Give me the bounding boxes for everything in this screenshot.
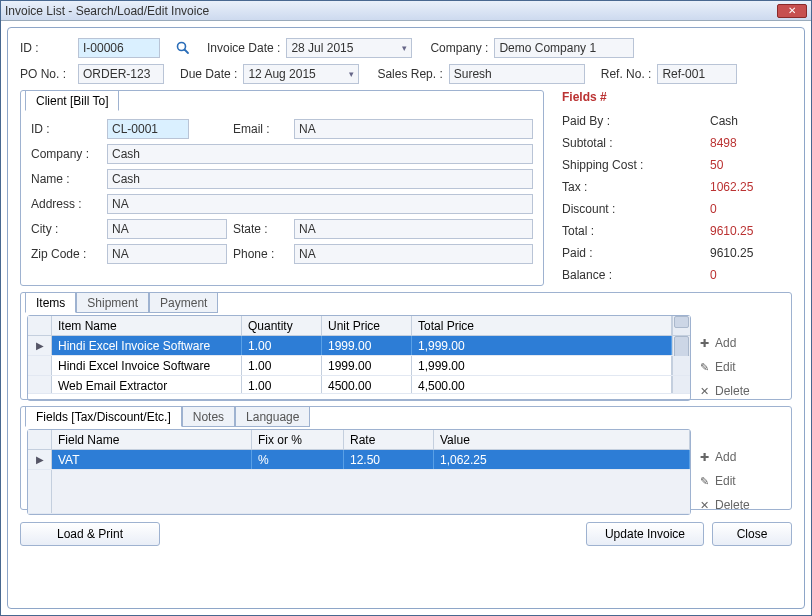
client-city-label: City : bbox=[31, 222, 101, 236]
paidby-value: Cash bbox=[710, 114, 790, 128]
client-id-input[interactable] bbox=[107, 119, 189, 139]
svg-line-1 bbox=[185, 50, 189, 54]
client-group: Client [Bill To] ID : Email : Company : … bbox=[20, 90, 544, 286]
pono-label: PO No. : bbox=[20, 67, 72, 81]
fields-table[interactable]: Field Name Fix or % Rate Value ▶ VAT % 1… bbox=[27, 429, 691, 515]
plus-icon: ✚ bbox=[697, 337, 711, 350]
pencil-icon: ✎ bbox=[697, 475, 711, 488]
add-item-button[interactable]: ✚Add bbox=[697, 333, 785, 353]
update-invoice-button[interactable]: Update Invoice bbox=[586, 522, 704, 546]
search-icon[interactable] bbox=[173, 38, 193, 58]
salesrep-input[interactable] bbox=[449, 64, 585, 84]
client-address-input[interactable] bbox=[107, 194, 533, 214]
header-row-2: PO No. : Due Date : 12 Aug 2015 ▾ Sales … bbox=[20, 64, 792, 84]
plus-icon: ✚ bbox=[697, 451, 711, 464]
edit-item-button[interactable]: ✎Edit bbox=[697, 357, 785, 377]
col-quantity: Quantity bbox=[242, 316, 322, 335]
client-company-input[interactable] bbox=[107, 144, 533, 164]
tab-fields[interactable]: Fields [Tax/Discount/Etc.] bbox=[25, 406, 182, 427]
close-button[interactable]: Close bbox=[712, 522, 792, 546]
client-phone-label: Phone : bbox=[233, 247, 288, 261]
due-date-value: 12 Aug 2015 bbox=[248, 67, 315, 81]
invoice-id-input[interactable] bbox=[78, 38, 160, 58]
header-row-1: ID : Invoice Date : 28 Jul 2015 ▾ Compan… bbox=[20, 38, 792, 58]
delete-item-button[interactable]: ✕Delete bbox=[697, 381, 785, 401]
due-date-picker[interactable]: 12 Aug 2015 ▾ bbox=[243, 64, 359, 84]
row-indicator-icon: ▶ bbox=[28, 336, 52, 355]
duedate-label: Due Date : bbox=[180, 67, 237, 81]
paid-label: Paid : bbox=[562, 246, 593, 260]
fields-summary: Fields # Paid By :Cash Subtotal :8498 Sh… bbox=[552, 90, 792, 286]
tab-language[interactable]: Language bbox=[235, 406, 310, 427]
table-row bbox=[28, 470, 690, 514]
table-row[interactable]: Web Email Extractor 1.00 4500.00 4,500.0… bbox=[28, 376, 690, 394]
items-group: Items Shipment Payment Item Name Quantit… bbox=[20, 292, 792, 400]
pencil-icon: ✎ bbox=[697, 361, 711, 374]
tab-notes[interactable]: Notes bbox=[182, 406, 235, 427]
total-label: Total : bbox=[562, 224, 594, 238]
client-id-label: ID : bbox=[31, 122, 101, 136]
client-state-label: State : bbox=[233, 222, 288, 236]
company-input[interactable] bbox=[494, 38, 634, 58]
id-label: ID : bbox=[20, 41, 72, 55]
add-field-button[interactable]: ✚Add bbox=[697, 447, 785, 467]
tab-client-billto[interactable]: Client [Bill To] bbox=[25, 90, 119, 111]
paidby-label: Paid By : bbox=[562, 114, 610, 128]
client-address-label: Address : bbox=[31, 197, 101, 211]
table-row[interactable]: ▶ Hindi Excel Invoice Software 1.00 1999… bbox=[28, 336, 690, 356]
invoice-date-value: 28 Jul 2015 bbox=[291, 41, 353, 55]
edit-field-button[interactable]: ✎Edit bbox=[697, 471, 785, 491]
table-row[interactable]: ▶ VAT % 12.50 1,062.25 bbox=[28, 450, 690, 470]
tax-label: Tax : bbox=[562, 180, 587, 194]
client-email-input[interactable] bbox=[294, 119, 533, 139]
discount-value: 0 bbox=[710, 202, 790, 216]
pono-input[interactable] bbox=[78, 64, 164, 84]
client-zip-label: Zip Code : bbox=[31, 247, 101, 261]
shipping-value: 50 bbox=[710, 158, 790, 172]
client-name-input[interactable] bbox=[107, 169, 533, 189]
col-field-name: Field Name bbox=[52, 430, 252, 449]
discount-label: Discount : bbox=[562, 202, 615, 216]
table-row[interactable]: Hindi Excel Invoice Software 1.00 1999.0… bbox=[28, 356, 690, 376]
load-print-button[interactable]: Load & Print bbox=[20, 522, 160, 546]
col-rate: Rate bbox=[344, 430, 434, 449]
balance-label: Balance : bbox=[562, 268, 612, 282]
app-window: Invoice List - Search/Load/Edit Invoice … bbox=[0, 0, 812, 616]
fields-heading: Fields # bbox=[562, 90, 790, 104]
balance-value: 0 bbox=[710, 268, 790, 282]
subtotal-label: Subtotal : bbox=[562, 136, 613, 150]
client-name-label: Name : bbox=[31, 172, 101, 186]
client-city-input[interactable] bbox=[107, 219, 227, 239]
refno-input[interactable] bbox=[657, 64, 737, 84]
close-icon[interactable]: ✕ bbox=[777, 4, 807, 18]
client-company-label: Company : bbox=[31, 147, 101, 161]
fields-group: Fields [Tax/Discount/Etc.] Notes Languag… bbox=[20, 406, 792, 510]
refno-label: Ref. No. : bbox=[601, 67, 652, 81]
col-unit-price: Unit Price bbox=[322, 316, 412, 335]
client-zip-input[interactable] bbox=[107, 244, 227, 264]
invoice-date-picker[interactable]: 28 Jul 2015 ▾ bbox=[286, 38, 412, 58]
tab-items[interactable]: Items bbox=[25, 292, 76, 313]
window-title: Invoice List - Search/Load/Edit Invoice bbox=[5, 4, 209, 18]
col-fix-or-pct: Fix or % bbox=[252, 430, 344, 449]
row-indicator-icon: ▶ bbox=[28, 450, 52, 469]
chevron-down-icon: ▾ bbox=[402, 43, 407, 53]
client-state-input[interactable] bbox=[294, 219, 533, 239]
invoice-date-label: Invoice Date : bbox=[207, 41, 280, 55]
tab-shipment[interactable]: Shipment bbox=[76, 292, 149, 313]
shipping-label: Shipping Cost : bbox=[562, 158, 643, 172]
chevron-down-icon: ▾ bbox=[349, 69, 354, 79]
subtotal-value: 8498 bbox=[710, 136, 790, 150]
paid-value: 9610.25 bbox=[710, 246, 790, 260]
x-icon: ✕ bbox=[697, 385, 711, 398]
col-item-name: Item Name bbox=[52, 316, 242, 335]
delete-field-button[interactable]: ✕Delete bbox=[697, 495, 785, 515]
tab-payment[interactable]: Payment bbox=[149, 292, 218, 313]
col-value: Value bbox=[434, 430, 690, 449]
titlebar: Invoice List - Search/Load/Edit Invoice … bbox=[1, 1, 811, 21]
company-label: Company : bbox=[430, 41, 488, 55]
salesrep-label: Sales Rep. : bbox=[377, 67, 442, 81]
total-value: 9610.25 bbox=[710, 224, 790, 238]
client-phone-input[interactable] bbox=[294, 244, 533, 264]
items-table[interactable]: Item Name Quantity Unit Price Total Pric… bbox=[27, 315, 691, 401]
